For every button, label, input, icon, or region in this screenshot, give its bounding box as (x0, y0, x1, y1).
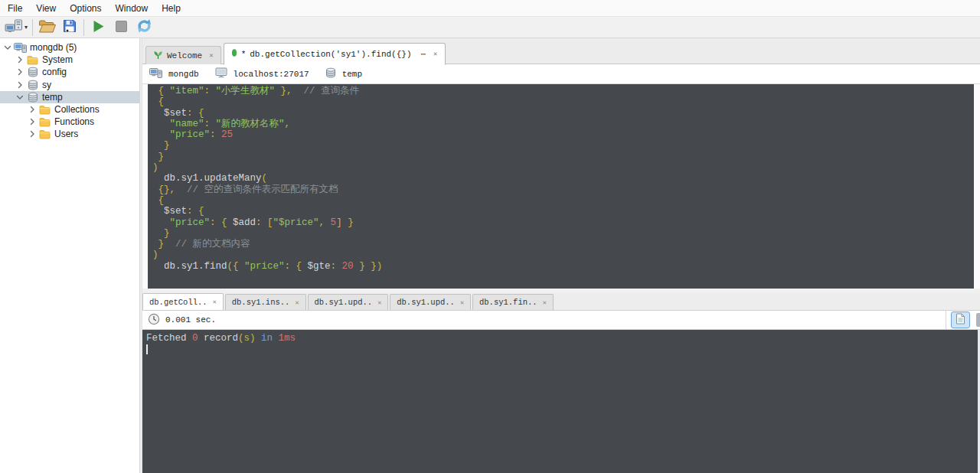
cursor-line (146, 344, 978, 356)
menu-file[interactable]: File (1, 1, 29, 16)
code-line: "price": 25 (152, 129, 974, 140)
connect-icon (5, 18, 23, 36)
tab-welcome-label: Welcome (167, 51, 202, 60)
editor-tab-bar: Welcome ✕ * db.getCollection('sy1').find… (142, 38, 980, 64)
code-line: {}, // 空的查询条件表示匹配所有文档 (152, 184, 974, 195)
tab-overflow-button[interactable]: ⋯ (420, 49, 426, 59)
chevron-right-icon[interactable] (26, 117, 38, 126)
tree-item-config[interactable]: config (0, 66, 139, 78)
clipped-view-icon[interactable] (976, 313, 980, 327)
query-editor[interactable]: { "item": "小学生教材" }, // 查询条件 { $set: { "… (148, 84, 974, 289)
code-line: { (152, 195, 974, 206)
result-tab-2[interactable]: db.sy1.upd..✕ (308, 294, 389, 310)
menu-bar: FileViewOptionsWindowHelp (0, 0, 980, 16)
chevron-down-icon[interactable]: ▾ (24, 24, 28, 31)
close-icon[interactable]: ✕ (213, 298, 217, 306)
code-line: "price": { $add: ["$price", 5] } (152, 217, 974, 228)
open-file-button[interactable] (35, 18, 58, 38)
breadcrumb-database[interactable]: temp (325, 67, 362, 80)
chevron-right-icon[interactable] (26, 105, 38, 114)
result-tab-1[interactable]: db.sy1.ins..✕ (225, 294, 306, 310)
code-line: $set: { (152, 108, 974, 119)
tree-item-label: config (40, 67, 67, 77)
editor-container: { "item": "小学生教材" }, // 查询条件 { $set: { "… (142, 84, 980, 289)
code-line: db.sy1.updateMany( (152, 173, 974, 184)
tab-query-label: db.getCollection('sy1').find({}) (250, 50, 411, 59)
leaf-icon (153, 50, 163, 62)
chevron-right-icon[interactable] (14, 55, 25, 64)
text-cursor (146, 344, 148, 354)
folder-open-icon (38, 19, 56, 36)
menu-window[interactable]: Window (109, 1, 155, 16)
robomongo-window: FileViewOptionsWindowHelp ▾ mongdb (5)Sy… (0, 0, 980, 473)
menu-options[interactable]: Options (63, 1, 108, 16)
tree-item-users[interactable]: Users (0, 128, 139, 140)
close-icon[interactable]: ✕ (377, 298, 381, 307)
breadcrumb-server[interactable]: mongdb (149, 67, 199, 81)
close-icon[interactable]: ✕ (543, 298, 547, 307)
result-tab-3[interactable]: db.sy1.upd..✕ (390, 294, 471, 310)
result-tab-label: db.sy1.fin.. (479, 298, 537, 307)
connect-button[interactable]: ▾ (2, 18, 30, 38)
timing-bar: 0.001 sec. (142, 310, 980, 330)
tree-item-functions[interactable]: Functions (0, 116, 139, 128)
server-icon (13, 41, 28, 54)
tab-welcome[interactable]: Welcome ✕ (145, 46, 221, 64)
breadcrumb-host[interactable]: localhost:27017 (215, 67, 309, 80)
chevron-right-icon[interactable] (26, 129, 38, 139)
tree-item-collections[interactable]: Collections (0, 103, 139, 116)
code-line: } (152, 228, 974, 239)
save-icon (62, 18, 77, 36)
monitor-icon (215, 67, 227, 80)
database-icon (25, 80, 40, 90)
tree-item-label: Collections (52, 104, 100, 115)
result-tab-4[interactable]: db.sy1.fin..✕ (472, 294, 554, 310)
close-icon[interactable]: ✕ (433, 50, 437, 58)
tree-item-sy[interactable]: sy (0, 79, 139, 91)
breadcrumb: mongdb localhost:27017 temp (142, 64, 980, 84)
toolbar-separator (32, 19, 33, 36)
execute-query-button[interactable] (87, 18, 109, 38)
result-tab-bar: db.getColl..✕db.sy1.ins..✕db.sy1.upd..✕d… (142, 293, 980, 310)
chevron-right-icon[interactable] (14, 67, 25, 77)
query-duration: 0.001 sec. (165, 315, 216, 325)
rotate-results-button[interactable] (132, 18, 155, 38)
code-line: } // 新的文档内容 (152, 239, 974, 250)
save-button[interactable] (58, 18, 81, 38)
code-line: ) (152, 162, 974, 173)
close-icon[interactable]: ✕ (295, 298, 299, 307)
text-view-button[interactable] (951, 312, 970, 328)
tree-item-temp[interactable]: temp (0, 91, 139, 103)
result-tab-0[interactable]: db.getColl..✕ (142, 293, 224, 310)
chevron-right-icon[interactable] (14, 80, 25, 90)
database-icon (25, 67, 40, 77)
green-dot-icon (231, 48, 237, 60)
menu-view[interactable]: View (29, 1, 63, 16)
folder-icon (25, 55, 40, 65)
code-line: } (152, 152, 974, 162)
output-panel[interactable]: Fetched 0 record(s) in 1ms (142, 330, 980, 473)
query-workspace: Welcome ✕ * db.getCollection('sy1').find… (142, 38, 980, 473)
folder-icon (38, 117, 52, 127)
tab-query[interactable]: * db.getCollection('sy1').find({}) ⋯ ✕ (224, 43, 446, 65)
server-icon (149, 67, 162, 81)
chevron-down-icon[interactable] (14, 93, 25, 102)
breadcrumb-host-label: localhost:27017 (234, 70, 309, 79)
stop-button[interactable] (109, 18, 132, 38)
code-line: } (152, 140, 974, 151)
code-line: { (152, 96, 974, 107)
database-icon (25, 92, 40, 103)
content-area: mongdb (5)SystemconfigsytempCollectionsF… (0, 38, 980, 473)
close-icon[interactable]: ✕ (209, 51, 213, 60)
result-tab-label: db.getColl.. (149, 298, 207, 307)
tree-item-mongdb-5[interactable]: mongdb (5) (0, 41, 139, 54)
code-line: "name": "新的教材名称", (152, 119, 974, 129)
code-line: ) (152, 250, 974, 260)
rotate-icon (136, 18, 153, 36)
close-icon[interactable]: ✕ (460, 298, 464, 307)
play-icon (91, 19, 106, 36)
tree-item-label: sy (40, 80, 51, 90)
tree-item-system[interactable]: System (0, 54, 139, 66)
menu-help[interactable]: Help (155, 1, 188, 16)
chevron-down-icon[interactable] (2, 43, 13, 52)
